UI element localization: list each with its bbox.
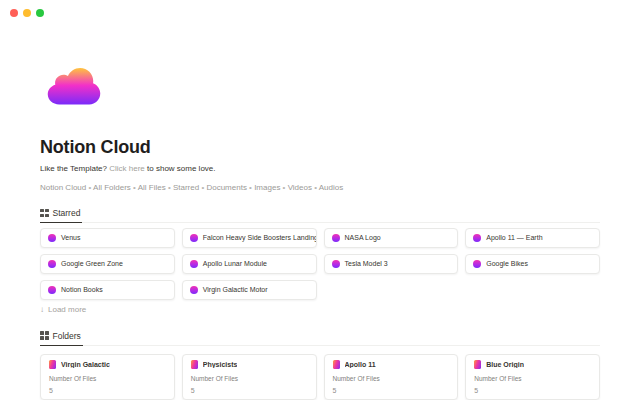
gradient-folder-icon: [474, 360, 481, 369]
property-value: 5: [49, 387, 166, 394]
folder-card-header: Apollo 11: [333, 360, 450, 369]
nav-link-audios[interactable]: Audios: [319, 183, 343, 192]
starred-card-title: Google Bikes: [486, 260, 528, 267]
starred-card[interactable]: Tesla Model 3: [324, 254, 459, 274]
starred-card-title: Notion Books: [61, 286, 103, 293]
gradient-dot-icon: [190, 260, 198, 268]
nav-separator: •: [280, 183, 287, 192]
folder-card[interactable]: PhysicistsNumber Of Files5: [182, 354, 317, 400]
starred-card-title: Tesla Model 3: [345, 260, 388, 267]
folder-card-header: Physicists: [191, 360, 308, 369]
starred-card-title: Venus: [61, 234, 80, 241]
folder-card[interactable]: Apollo 11Number Of Files5: [324, 354, 459, 400]
folder-card[interactable]: Blue OriginNumber Of Files5: [465, 354, 600, 400]
folder-card-header: Virgin Galactic: [49, 360, 166, 369]
load-more-label: Load more: [48, 305, 86, 314]
page-title: Notion Cloud: [40, 136, 600, 158]
subtitle-text-end: to show some love.: [145, 164, 216, 173]
close-window-button[interactable]: [10, 9, 18, 17]
property-label: Number Of Files: [333, 375, 450, 382]
page-subtitle: Like the Template? Click here to show so…: [40, 163, 600, 174]
gradient-dot-icon: [473, 260, 481, 268]
gradient-dot-icon: [190, 286, 198, 294]
subtitle-text: Like the Template?: [40, 164, 109, 173]
minimize-window-button[interactable]: [23, 9, 31, 17]
nav-link-documents[interactable]: Documents: [206, 183, 246, 192]
gallery-grid-icon: [40, 331, 49, 340]
folder-card-title: Virgin Galactic: [61, 361, 110, 368]
starred-card-title: Google Green Zone: [61, 260, 123, 267]
gradient-folder-icon: [333, 360, 340, 369]
starred-card[interactable]: Apollo 11 — Earth: [465, 228, 600, 248]
folder-card-header: Blue Origin: [474, 360, 591, 369]
starred-card-title: NASA Logo: [345, 234, 381, 241]
starred-card[interactable]: NASA Logo: [324, 228, 459, 248]
gradient-folder-icon: [49, 360, 56, 369]
gradient-dot-icon: [190, 234, 198, 242]
folders-gallery: Virgin GalacticNumber Of Files5Physicist…: [40, 354, 600, 400]
tab-folders[interactable]: Folders: [40, 331, 83, 346]
gradient-dot-icon: [473, 234, 481, 242]
starred-card-title: Apollo Lunar Module: [203, 260, 267, 267]
gradient-folder-icon: [191, 360, 198, 369]
folder-card[interactable]: Virgin GalacticNumber Of Files5: [40, 354, 175, 400]
property-label: Number Of Files: [191, 375, 308, 382]
starred-card[interactable]: Falcon Heavy Side Boosters Landings: [182, 228, 317, 248]
folders-tabbar: Folders: [40, 321, 600, 346]
property-value: 5: [474, 387, 591, 394]
nav-separator: •: [312, 183, 319, 192]
starred-card[interactable]: Apollo Lunar Module: [182, 254, 317, 274]
nav-link-videos[interactable]: Videos: [288, 183, 312, 192]
nav-link-images[interactable]: Images: [254, 183, 280, 192]
property-value: 5: [333, 387, 450, 394]
down-arrow-icon: ↓: [40, 305, 44, 314]
cloud-icon: [46, 64, 102, 108]
nav-link-all-files[interactable]: All Files: [138, 183, 166, 192]
window-controls: [10, 9, 44, 17]
tab-starred-label: Starred: [53, 208, 81, 218]
gradient-dot-icon: [48, 260, 56, 268]
folder-card-title: Physicists: [203, 361, 238, 368]
tab-starred[interactable]: Starred: [40, 208, 82, 223]
property-value: 5: [191, 387, 308, 394]
starred-tabbar: Starred: [40, 198, 600, 223]
property-label: Number Of Files: [49, 375, 166, 382]
folder-card-title: Blue Origin: [486, 361, 524, 368]
folder-card-title: Apollo 11: [345, 361, 376, 368]
nav-separator: •: [166, 183, 173, 192]
breadcrumb-nav: Notion Cloud • All Folders • All Files •…: [40, 182, 600, 193]
tab-folders-label: Folders: [53, 331, 81, 341]
notion-page: Notion Cloud Like the Template? Click he…: [40, 0, 600, 400]
starred-card[interactable]: Venus: [40, 228, 175, 248]
load-more-button[interactable]: ↓ Load more: [40, 305, 110, 314]
starred-card[interactable]: Google Green Zone: [40, 254, 175, 274]
gradient-dot-icon: [332, 260, 340, 268]
gradient-dot-icon: [48, 286, 56, 294]
starred-card[interactable]: Google Bikes: [465, 254, 600, 274]
nav-link-all-folders[interactable]: All Folders: [93, 183, 131, 192]
gradient-dot-icon: [48, 234, 56, 242]
nav-separator: •: [131, 183, 138, 192]
starred-card[interactable]: Virgin Galactic Motor: [182, 280, 317, 300]
starred-card-title: Falcon Heavy Side Boosters Landings: [203, 234, 317, 241]
starred-card-title: Apollo 11 — Earth: [486, 234, 542, 241]
gradient-dot-icon: [332, 234, 340, 242]
gallery-grid-icon: [40, 209, 49, 218]
nav-link-notion-cloud[interactable]: Notion Cloud: [40, 183, 86, 192]
starred-card[interactable]: Notion Books: [40, 280, 175, 300]
nav-link-starred[interactable]: Starred: [173, 183, 199, 192]
starred-card-title: Virgin Galactic Motor: [203, 286, 268, 293]
click-here-link[interactable]: Click here: [109, 164, 145, 173]
property-label: Number Of Files: [474, 375, 591, 382]
starred-gallery: VenusFalcon Heavy Side Boosters Landings…: [40, 228, 600, 300]
